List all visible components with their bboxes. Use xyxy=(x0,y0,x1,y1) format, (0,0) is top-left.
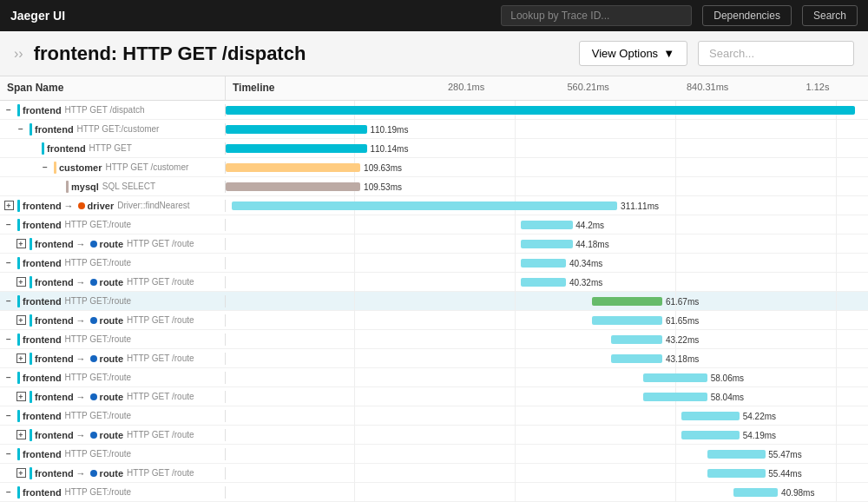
span-toggle[interactable]: − xyxy=(3,334,15,346)
grid-line xyxy=(675,215,676,234)
span-toggle[interactable]: + xyxy=(15,353,27,365)
span-op-name: Driver::findNearest xyxy=(117,201,189,210)
topnav-search-button[interactable]: Search xyxy=(802,5,858,26)
span-color-indicator xyxy=(30,353,32,365)
span-name-cell: +frontend →routeHTTP GET /route xyxy=(0,353,226,365)
grid-line xyxy=(515,234,516,254)
grid-line xyxy=(515,349,516,368)
span-toggle[interactable]: + xyxy=(15,238,27,250)
span-toggle[interactable]: + xyxy=(15,467,27,479)
page-header: ›› frontend: HTTP GET /dispatch View Opt… xyxy=(0,31,868,76)
span-timeline-cell: 110.14ms xyxy=(226,139,868,158)
grid-line xyxy=(515,368,516,387)
table-row[interactable]: −frontendHTTP GET:/route44.2ms xyxy=(0,215,868,234)
span-toggle[interactable]: + xyxy=(15,314,27,327)
table-row[interactable]: +frontend →routeHTTP GET /route58.04ms xyxy=(0,387,868,406)
grid-line xyxy=(515,215,516,234)
span-toggle[interactable]: − xyxy=(3,219,15,231)
grid-line xyxy=(354,330,355,349)
span-timeline-cell: 40.32ms xyxy=(226,273,868,292)
span-bar xyxy=(226,106,855,115)
span-op-name: HTTP GET /route xyxy=(127,430,194,439)
span-operation: HTTP GET /dispatch xyxy=(65,105,145,115)
table-row[interactable]: −frontendHTTP GET /dispatch xyxy=(0,101,868,120)
span-color-indicator xyxy=(30,314,32,327)
view-options-button[interactable]: View Options ▼ xyxy=(579,41,687,66)
table-row[interactable]: −customerHTTP GET /customer109.63ms xyxy=(0,158,868,177)
span-timeline-cell: 43.22ms xyxy=(226,330,868,349)
spans-container: −frontendHTTP GET /dispatch−frontendHTTP… xyxy=(0,101,868,502)
span-duration-label: 55.44ms xyxy=(768,468,801,478)
span-toggle[interactable]: − xyxy=(3,104,15,116)
span-timeline-cell: 311.11ms xyxy=(226,196,868,215)
table-row[interactable]: −frontendHTTP GET:/route54.22ms xyxy=(0,406,868,426)
span-service: frontend xyxy=(35,124,74,135)
trace-lookup-input[interactable] xyxy=(501,5,692,26)
span-toggle[interactable] xyxy=(51,181,63,193)
span-color-indicator xyxy=(30,276,32,288)
span-name-header: Span Name xyxy=(0,76,226,100)
span-name-cell: −frontendHTTP GET:/route xyxy=(0,448,226,460)
span-timeline-cell: 44.2ms xyxy=(226,215,868,234)
span-duration-label: 54.19ms xyxy=(743,430,776,439)
table-row[interactable]: −frontendHTTP GET:/customer110.19ms xyxy=(0,120,868,139)
span-arrow: → xyxy=(76,239,86,249)
span-operation: HTTP GET:/customer xyxy=(77,124,160,134)
grid-line xyxy=(354,426,355,445)
span-color-indicator xyxy=(17,200,20,212)
span-toggle[interactable]: + xyxy=(15,276,27,288)
span-toggle[interactable]: + xyxy=(15,391,27,403)
span-toggle[interactable]: − xyxy=(39,162,51,174)
table-row[interactable]: −frontendHTTP GET:/route58.06ms xyxy=(0,368,868,387)
span-service: frontend xyxy=(23,449,62,459)
dependencies-button[interactable]: Dependencies xyxy=(702,5,792,26)
grid-line xyxy=(836,406,837,426)
span-service: frontend xyxy=(23,487,62,498)
span-timeline-cell: 109.63ms xyxy=(226,158,868,177)
table-row[interactable]: −frontendHTTP GET:/route61.67ms xyxy=(0,292,868,311)
span-toggle[interactable]: − xyxy=(3,372,15,384)
table-row[interactable]: +frontend →routeHTTP GET /route61.65ms xyxy=(0,311,868,330)
span-toggle[interactable]: + xyxy=(15,429,27,441)
table-row[interactable]: −frontendHTTP GET:/route55.47ms xyxy=(0,445,868,464)
table-row[interactable]: −frontendHTTP GET:/route40.34ms xyxy=(0,254,868,273)
grid-line xyxy=(675,483,676,502)
span-arrow: → xyxy=(76,277,86,287)
table-row[interactable]: −frontendHTTP GET:/route43.22ms xyxy=(0,330,868,349)
table-row[interactable]: mysqlSQL SELECT109.53ms xyxy=(0,177,868,196)
table-row[interactable]: +frontend →routeHTTP GET /route40.32ms xyxy=(0,273,868,292)
table-row[interactable]: +frontend →driverDriver::findNearest311.… xyxy=(0,196,868,215)
span-toggle[interactable]: − xyxy=(15,123,27,135)
table-row[interactable]: frontendHTTP GET110.14ms xyxy=(0,139,868,158)
grid-line xyxy=(675,273,676,292)
span-bar xyxy=(521,240,572,248)
back-chevron-icon[interactable]: ›› xyxy=(14,46,23,62)
table-row[interactable]: +frontend →routeHTTP GET /route54.19ms xyxy=(0,426,868,445)
span-service-dot xyxy=(90,279,97,286)
span-toggle[interactable]: − xyxy=(3,410,15,422)
span-toggle[interactable]: − xyxy=(3,486,15,499)
span-bar xyxy=(611,354,662,363)
span-timeline-cell: 109.53ms xyxy=(226,177,868,196)
span-color-indicator xyxy=(17,486,20,499)
span-toggle[interactable]: + xyxy=(3,200,15,212)
span-name-cell: −frontendHTTP GET:/customer xyxy=(0,123,226,135)
table-row[interactable]: +frontend →routeHTTP GET /route55.44ms xyxy=(0,464,868,483)
span-toggle[interactable] xyxy=(27,142,39,155)
span-toggle[interactable]: − xyxy=(3,295,15,307)
grid-line xyxy=(836,483,837,502)
span-bar xyxy=(232,201,617,210)
table-row[interactable]: +frontend →routeHTTP GET /route44.18ms xyxy=(0,234,868,254)
span-service: mysql xyxy=(71,182,99,192)
span-duration-label: 43.22ms xyxy=(666,334,699,344)
span-service: frontend xyxy=(23,220,62,230)
span-bar xyxy=(643,373,707,382)
trace-search-input[interactable] xyxy=(698,41,854,66)
table-row[interactable]: −frontendHTTP GET:/route40.98ms xyxy=(0,483,868,502)
span-toggle[interactable]: − xyxy=(3,257,15,269)
span-duration-label: 311.11ms xyxy=(621,201,659,210)
span-toggle[interactable]: − xyxy=(3,448,15,460)
span-target-service: driver xyxy=(88,201,115,211)
span-color-indicator xyxy=(17,448,20,460)
table-row[interactable]: +frontend →routeHTTP GET /route43.18ms xyxy=(0,349,868,368)
